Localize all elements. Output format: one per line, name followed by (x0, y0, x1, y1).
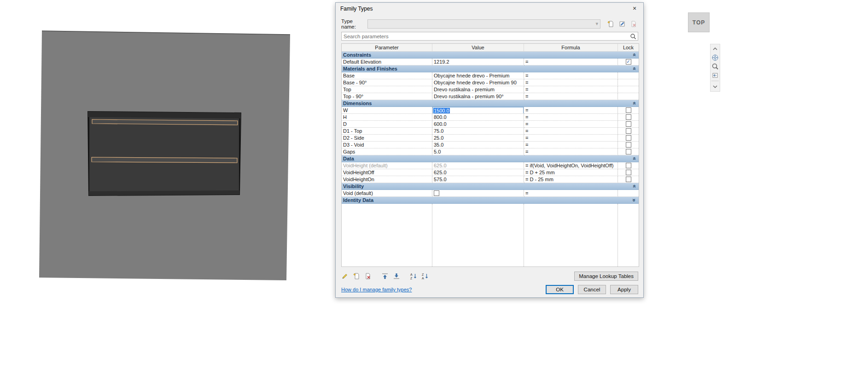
parameter-formula[interactable]: = (524, 121, 618, 128)
parameter-value[interactable]: 600.0 (432, 121, 524, 128)
parameter-value[interactable]: 625.0 (432, 162, 524, 169)
rename-type-button[interactable] (618, 19, 627, 29)
cancel-button[interactable]: Cancel (578, 285, 606, 294)
parameter-value[interactable]: 5.0 (432, 148, 524, 155)
parameter-value[interactable]: 800.0 (432, 114, 524, 121)
search-icon[interactable] (629, 33, 638, 40)
section-header-dimensions[interactable]: Dimensions» (342, 100, 639, 107)
collapse-icon[interactable]: » (632, 53, 637, 57)
parameter-lock[interactable] (618, 142, 639, 148)
parameter-row-d3-void[interactable]: D3 - Void35.0= (342, 142, 639, 148)
parameter-row-d[interactable]: D600.0= (342, 121, 639, 128)
parameter-row-gaps[interactable]: Gaps5.0= (342, 148, 639, 155)
parameter-value[interactable]: 1500.0 (432, 107, 524, 114)
lock-checkbox[interactable]: ✓ (626, 59, 631, 65)
parameter-row-voidheighton[interactable]: VoidHeightOn575.0= D - 25 mm (342, 176, 639, 183)
parameter-row-d1-top[interactable]: D1 - Top75.0= (342, 128, 639, 135)
parameter-row-w[interactable]: W1500.0= (342, 107, 639, 114)
column-header-parameter[interactable]: Parameter (342, 44, 432, 52)
delete-type-button[interactable] (629, 19, 638, 29)
parameter-row-top-90[interactable]: Top - 90°Drevo rustikalna - premium 90°= (342, 93, 639, 100)
parameter-formula[interactable]: = if(Void, VoidHeightOn, VoidHeightOff) (524, 162, 618, 169)
parameter-formula[interactable]: = (524, 128, 618, 135)
parameter-lock[interactable] (618, 148, 639, 155)
parameter-formula[interactable]: = (524, 148, 618, 155)
lock-checkbox[interactable] (626, 135, 631, 141)
section-header-materials-and-finishes[interactable]: Materials and Finishes» (342, 65, 639, 72)
parameter-value[interactable]: 575.0 (432, 176, 524, 183)
lock-checkbox[interactable] (626, 114, 631, 120)
parameter-formula[interactable]: = (524, 135, 618, 142)
column-header-lock[interactable]: Lock (618, 44, 639, 52)
edit-parameter-button[interactable] (340, 272, 350, 281)
parameter-row-top[interactable]: TopDrevo rustikalna - premium= (342, 86, 639, 93)
parameter-lock[interactable] (618, 169, 639, 176)
parameter-row-base-90[interactable]: Base - 90°Obycajne hnede drevo - Premium… (342, 79, 639, 86)
lock-checkbox[interactable] (626, 149, 631, 154)
move-down-button[interactable] (392, 272, 401, 281)
lock-checkbox[interactable] (626, 121, 631, 127)
parameter-value[interactable]: 35.0 (432, 142, 524, 148)
parameter-formula[interactable]: = (524, 93, 618, 100)
move-up-button[interactable] (380, 272, 390, 281)
zoom-icon[interactable] (711, 63, 719, 70)
section-header-identity-data[interactable]: Identity Data» (342, 197, 639, 204)
parameter-value[interactable]: Drevo rustikalna - premium (432, 86, 524, 93)
parameter-formula[interactable]: = (524, 72, 618, 79)
parameter-formula[interactable]: = (524, 190, 618, 197)
viewcube[interactable]: TOP (688, 12, 710, 32)
value-edit-field[interactable]: 1500.0 (432, 107, 524, 114)
parameter-lock[interactable] (618, 114, 639, 121)
parameter-row-h[interactable]: H800.0= (342, 114, 639, 121)
parameter-value[interactable]: Obycajne hnede drevo - Premium (432, 72, 524, 79)
nav-more-down-icon[interactable] (711, 83, 719, 90)
parameter-value[interactable]: 1219.2 (432, 59, 524, 65)
parameter-value[interactable]: Drevo rustikalna - premium 90° (432, 93, 524, 100)
collapse-icon[interactable]: » (632, 157, 637, 160)
type-name-dropdown[interactable]: ▾ (367, 19, 600, 29)
lock-checkbox[interactable] (626, 142, 631, 148)
parameter-value[interactable]: Obycajne hnede drevo - Premium 90 (432, 79, 524, 86)
lock-checkbox[interactable] (626, 107, 631, 113)
parameter-value[interactable]: 25.0 (432, 135, 524, 142)
parameter-formula[interactable]: = (524, 142, 618, 148)
new-parameter-button[interactable] (352, 272, 361, 281)
parameter-formula[interactable]: = (524, 59, 618, 65)
new-type-button[interactable] (606, 19, 615, 29)
close-icon[interactable]: × (629, 5, 640, 13)
lock-checkbox[interactable] (626, 170, 631, 175)
parameter-row-voidheightoff[interactable]: VoidHeightOff625.0= D + 25 mm (342, 169, 639, 176)
parameter-value[interactable]: 75.0 (432, 128, 524, 135)
delete-parameter-button[interactable] (363, 272, 373, 281)
apply-button[interactable]: Apply (610, 285, 638, 294)
search-input[interactable] (342, 34, 629, 39)
help-link[interactable]: How do I manage family types? (341, 287, 412, 292)
column-header-value[interactable]: Value (432, 44, 524, 52)
previous-view-icon[interactable] (711, 71, 719, 79)
parameter-row-voidheight-default[interactable]: VoidHeight (default)625.0= if(Void, Void… (342, 162, 639, 169)
nav-collapse-up-icon[interactable] (711, 45, 719, 53)
parameter-row-d2-side[interactable]: D2 - Side25.0= (342, 135, 639, 142)
parameter-row-void-default[interactable]: Void (default)= (342, 190, 639, 197)
parameter-lock[interactable] (618, 162, 639, 169)
sort-ascending-button[interactable]: A Z (409, 272, 418, 281)
lock-checkbox[interactable] (626, 128, 631, 134)
collapse-icon[interactable]: » (632, 185, 637, 188)
parameter-formula[interactable]: = (524, 86, 618, 93)
manage-lookup-tables-button[interactable]: Manage Lookup Tables (574, 272, 638, 281)
ok-button[interactable]: OK (546, 285, 574, 294)
section-header-data[interactable]: Data» (342, 155, 639, 162)
lock-checkbox[interactable] (626, 177, 631, 182)
parameter-formula[interactable]: = D + 25 mm (524, 169, 618, 176)
expand-icon[interactable]: » (632, 199, 637, 202)
3d-model-view[interactable] (0, 0, 322, 304)
section-header-constraints[interactable]: Constraints» (342, 52, 639, 59)
lock-checkbox[interactable] (626, 163, 631, 168)
parameter-lock[interactable] (618, 128, 639, 135)
parameter-row-default-elevation[interactable]: Default Elevation1219.2=✓ (342, 59, 639, 65)
value-checkbox[interactable] (434, 190, 439, 196)
parameter-value[interactable] (432, 190, 524, 197)
sort-descending-button[interactable]: Z A (420, 272, 430, 281)
collapse-icon[interactable]: » (632, 102, 637, 105)
parameter-formula[interactable]: = D - 25 mm (524, 176, 618, 183)
